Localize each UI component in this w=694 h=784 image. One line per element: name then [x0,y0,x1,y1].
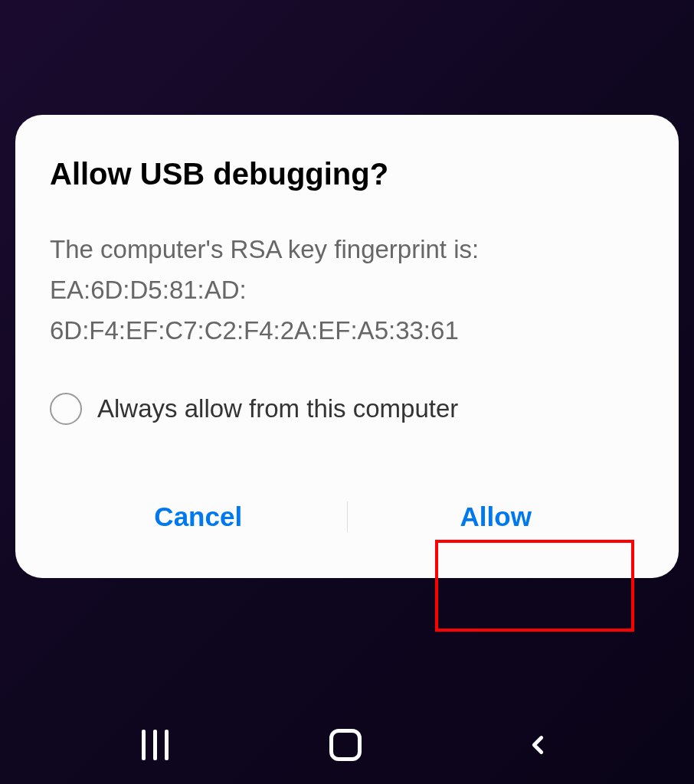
back-icon [523,730,552,760]
checkbox-unchecked-icon[interactable] [50,393,82,425]
home-button[interactable] [329,729,362,761]
dialog-title: Allow USB debugging? [50,157,644,191]
allow-button[interactable]: Allow [348,486,645,547]
always-allow-checkbox-row[interactable]: Always allow from this computer [50,393,644,425]
recents-button[interactable] [142,730,169,760]
recents-icon [142,730,169,760]
home-icon [329,729,362,761]
checkbox-label: Always allow from this computer [97,394,458,423]
cancel-button[interactable]: Cancel [50,486,347,547]
navigation-bar [0,729,694,761]
back-button[interactable] [523,730,552,760]
dialog-message: The computer's RSA key fingerprint is: E… [50,230,644,351]
dialog-button-row: Cancel Allow [50,486,644,547]
usb-debugging-dialog: Allow USB debugging? The computer's RSA … [15,115,679,578]
